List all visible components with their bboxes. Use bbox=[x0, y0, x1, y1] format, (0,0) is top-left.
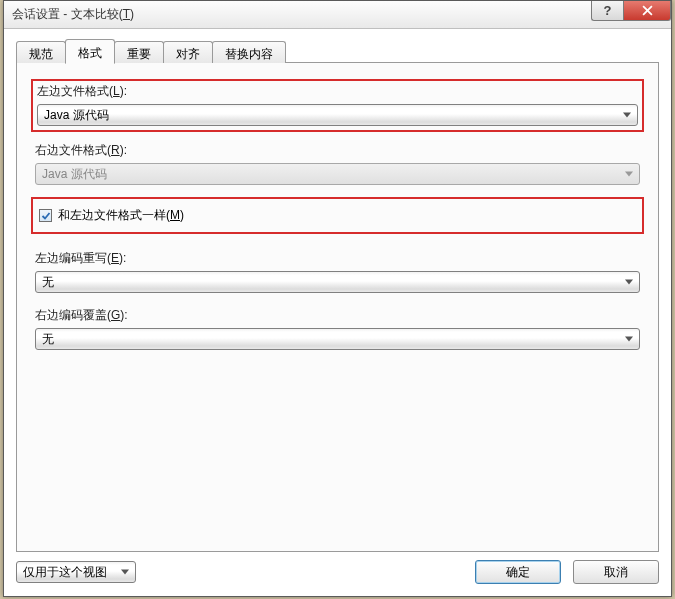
tabs: 规范 格式 重要 对齐 替换内容 bbox=[16, 39, 659, 63]
tab-important[interactable]: 重要 bbox=[114, 41, 164, 63]
chevron-down-icon bbox=[623, 113, 631, 118]
close-button[interactable] bbox=[623, 1, 671, 21]
check-icon bbox=[41, 211, 51, 221]
chevron-down-icon bbox=[625, 172, 633, 177]
right-file-format-combo: Java 源代码 bbox=[35, 163, 640, 185]
highlight-same-as-left: 和左边文件格式一样(M) bbox=[31, 197, 644, 234]
format-panel: 左边文件格式(L): Java 源代码 右边文件格式(R): Java 源代码 bbox=[16, 62, 659, 552]
titlebar[interactable]: 会话设置 - 文本比较(T) ? bbox=[4, 1, 671, 29]
tab-align[interactable]: 对齐 bbox=[163, 41, 213, 63]
tab-norm[interactable]: 规范 bbox=[16, 41, 66, 63]
dialog-footer: 仅用于这个视图 确定 取消 bbox=[16, 552, 659, 584]
dialog-session-settings: 会话设置 - 文本比较(T) ? 规范 格式 重要 对齐 替换内容 左边文件格式… bbox=[3, 0, 672, 597]
chevron-down-icon bbox=[121, 570, 129, 575]
close-icon bbox=[642, 5, 653, 16]
left-encoding-value: 无 bbox=[42, 274, 54, 291]
right-file-format-value: Java 源代码 bbox=[42, 166, 107, 183]
scope-combo[interactable]: 仅用于这个视图 bbox=[16, 561, 136, 583]
highlight-left-format: 左边文件格式(L): Java 源代码 bbox=[31, 79, 644, 132]
chevron-down-icon bbox=[625, 337, 633, 342]
ok-button[interactable]: 确定 bbox=[475, 560, 561, 584]
left-encoding-combo[interactable]: 无 bbox=[35, 271, 640, 293]
right-file-format-label: 右边文件格式(R): bbox=[35, 142, 640, 159]
scope-value: 仅用于这个视图 bbox=[23, 564, 107, 581]
tab-replace[interactable]: 替换内容 bbox=[212, 41, 286, 63]
right-encoding-label: 右边编码覆盖(G): bbox=[35, 307, 640, 324]
window-title: 会话设置 - 文本比较(T) bbox=[12, 6, 134, 23]
left-file-format-value: Java 源代码 bbox=[44, 107, 109, 124]
left-encoding-label: 左边编码重写(E): bbox=[35, 250, 640, 267]
cancel-button[interactable]: 取消 bbox=[573, 560, 659, 584]
same-as-left-checkbox[interactable] bbox=[39, 209, 52, 222]
chevron-down-icon bbox=[625, 280, 633, 285]
left-file-format-label: 左边文件格式(L): bbox=[37, 83, 638, 100]
tab-format[interactable]: 格式 bbox=[65, 39, 115, 64]
right-encoding-value: 无 bbox=[42, 331, 54, 348]
left-file-format-combo[interactable]: Java 源代码 bbox=[37, 104, 638, 126]
right-encoding-combo[interactable]: 无 bbox=[35, 328, 640, 350]
same-as-left-label: 和左边文件格式一样(M) bbox=[58, 207, 184, 224]
help-button[interactable]: ? bbox=[591, 1, 623, 21]
